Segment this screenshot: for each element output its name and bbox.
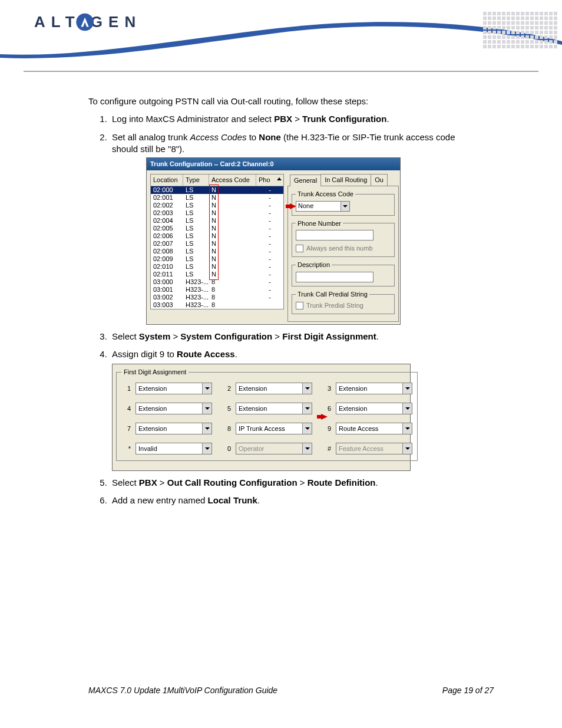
chevron-down-icon bbox=[202, 383, 211, 394]
cell-type: LS bbox=[183, 248, 209, 255]
table-row[interactable]: 02:002LSN- bbox=[151, 202, 283, 209]
cell-access-code: 8 bbox=[209, 286, 256, 294]
digit-label: 9 bbox=[317, 424, 331, 433]
table-row[interactable]: 02:004LSN- bbox=[151, 217, 283, 225]
table-row[interactable]: 02:001LSN- bbox=[151, 194, 283, 202]
digit-label: 4 bbox=[121, 404, 131, 413]
digit-select-*[interactable]: Invalid bbox=[135, 443, 212, 454]
footer-left: MAXCS 7.0 Update 1MultiVoIP Configuratio… bbox=[88, 686, 277, 695]
digit-label: 1 bbox=[121, 384, 131, 393]
cell-type: LS bbox=[183, 194, 209, 202]
digit-label: 2 bbox=[217, 384, 231, 393]
cell-phone bbox=[256, 301, 283, 309]
cell-type: LS bbox=[183, 186, 209, 194]
table-row[interactable]: 02:011LSN- bbox=[151, 271, 283, 278]
cell-phone: - bbox=[256, 294, 283, 301]
tab-out[interactable]: Ou bbox=[371, 174, 388, 186]
digit-select-value: Extension bbox=[136, 424, 202, 433]
digit-select-value: Extension bbox=[336, 384, 402, 393]
cell-type: LS bbox=[183, 271, 209, 278]
digit-select-3[interactable]: Extension bbox=[336, 383, 412, 394]
col-access-code[interactable]: Access Code bbox=[209, 174, 256, 186]
digit-select-8[interactable]: IP Trunk Access bbox=[236, 423, 312, 434]
trunk-predial-checkbox[interactable]: Trunk Predial String bbox=[296, 301, 391, 310]
table-row[interactable]: 02:003LSN- bbox=[151, 209, 283, 217]
chevron-down-icon bbox=[302, 423, 312, 434]
cell-access-code: N bbox=[209, 186, 256, 194]
page-footer: MAXCS 7.0 Update 1MultiVoIP Configuratio… bbox=[88, 686, 494, 695]
table-row[interactable]: 02:005LSN- bbox=[151, 225, 283, 232]
cell-type: LS bbox=[183, 263, 209, 271]
digit-select-value: Route Access bbox=[336, 424, 402, 433]
tab-incall-routing[interactable]: In Call Routing bbox=[320, 174, 371, 186]
digit-label: * bbox=[121, 444, 131, 453]
header-swoosh bbox=[0, 0, 562, 71]
brand-logo: ALTIGEN bbox=[28, 13, 141, 31]
cell-phone: - bbox=[256, 202, 283, 209]
table-row[interactable]: 02:000LSN- bbox=[151, 186, 283, 194]
cell-type: LS bbox=[183, 217, 209, 225]
digit-select-7[interactable]: Extension bbox=[135, 423, 212, 434]
digit-label: 0 bbox=[217, 444, 231, 453]
step-1: Log into MaxCS Administrator and select … bbox=[110, 113, 474, 125]
digit-select-value: Extension bbox=[236, 404, 302, 413]
phone-number-input[interactable] bbox=[296, 230, 373, 241]
group-predial: Trunk Call Predial String Trunk Predial … bbox=[292, 290, 395, 314]
chevron-down-icon bbox=[402, 443, 412, 454]
tab-general[interactable]: General bbox=[290, 174, 321, 186]
digit-label: # bbox=[317, 444, 331, 453]
always-send-checkbox[interactable]: Always send this numb bbox=[296, 244, 391, 253]
cell-access-code: N bbox=[209, 209, 256, 217]
cell-location: 03:001 bbox=[151, 286, 183, 294]
cell-access-code: 8 bbox=[209, 301, 256, 309]
group-first-digit: First Digit Assignment 1Extension2Extens… bbox=[116, 368, 418, 461]
trunk-config-screenshot: Trunk Configuration -- Card:2 Channel:0 … bbox=[146, 157, 401, 325]
cell-type: LS bbox=[183, 255, 209, 263]
cell-access-code: N bbox=[209, 248, 256, 255]
col-phone[interactable]: Pho bbox=[256, 174, 283, 186]
cell-location: 02:006 bbox=[151, 232, 183, 240]
col-type[interactable]: Type bbox=[183, 174, 209, 186]
table-row[interactable]: 02:008LSN- bbox=[151, 248, 283, 255]
footer-right: Page 19 of 27 bbox=[442, 686, 494, 695]
digit-select-9[interactable]: Route Access bbox=[336, 423, 412, 434]
cell-access-code: 8 bbox=[209, 278, 256, 286]
chevron-down-icon bbox=[402, 403, 412, 414]
cell-location: 02:005 bbox=[151, 225, 183, 232]
cell-phone: - bbox=[256, 263, 283, 271]
cell-phone: - bbox=[256, 209, 283, 217]
table-row[interactable]: 03:002H323-...8- bbox=[151, 294, 283, 301]
tab-strip: General In Call Routing Ou bbox=[287, 174, 399, 186]
cell-access-code: N bbox=[209, 202, 256, 209]
cell-type: H323-... bbox=[183, 278, 209, 286]
cell-location: 02:002 bbox=[151, 202, 183, 209]
digit-select-1[interactable]: Extension bbox=[135, 383, 212, 394]
digit-select-4[interactable]: Extension bbox=[135, 403, 212, 414]
chevron-down-icon bbox=[202, 423, 211, 434]
trunk-access-code-select[interactable]: None bbox=[296, 201, 350, 212]
col-location[interactable]: Location bbox=[151, 174, 183, 186]
table-row[interactable]: 02:006LSN- bbox=[151, 232, 283, 240]
table-row[interactable]: 02:010LSN- bbox=[151, 263, 283, 271]
cell-location: 02:001 bbox=[151, 194, 183, 202]
cell-phone: - bbox=[256, 286, 283, 294]
digit-select-value: Operator bbox=[236, 444, 302, 453]
page-header: ALTIGEN bbox=[0, 0, 562, 71]
table-row[interactable]: 02:007LSN- bbox=[151, 240, 283, 248]
trunk-table: Location Type Access Code Pho 02:000LSN-… bbox=[150, 174, 284, 309]
cell-location: 03:000 bbox=[151, 278, 183, 286]
table-row[interactable]: 03:001H323-...8- bbox=[151, 286, 283, 294]
digit-select-5[interactable]: Extension bbox=[236, 403, 312, 414]
intro-text: To configure outgoing PSTN call via Out-… bbox=[88, 95, 474, 107]
description-input[interactable] bbox=[296, 272, 373, 282]
table-row[interactable]: 02:009LSN- bbox=[151, 255, 283, 263]
red-arrow-icon bbox=[321, 414, 328, 420]
table-row[interactable]: 03:003H323-...8 bbox=[151, 301, 283, 309]
digit-select-6[interactable]: Extension bbox=[336, 403, 412, 414]
cell-type: LS bbox=[183, 209, 209, 217]
steps-list: Log into MaxCS Administrator and select … bbox=[88, 113, 474, 506]
digit-select-2[interactable]: Extension bbox=[236, 383, 312, 394]
table-row[interactable]: 03:000H323-...8- bbox=[151, 278, 283, 286]
cell-phone: - bbox=[256, 255, 283, 263]
cell-phone: - bbox=[256, 278, 283, 286]
